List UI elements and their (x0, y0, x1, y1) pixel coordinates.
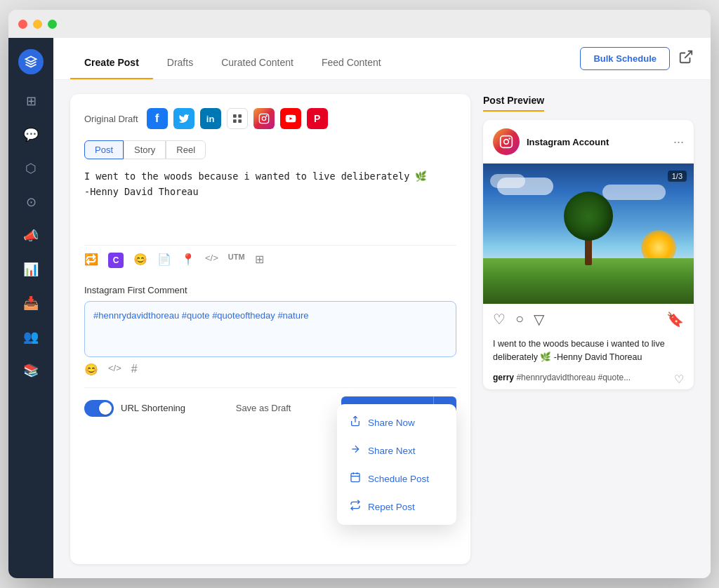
comment-code-icon[interactable]: </> (108, 363, 121, 376)
tab-drafts[interactable]: Drafts (153, 57, 207, 79)
svg-rect-4 (259, 114, 268, 123)
export-icon[interactable] (678, 49, 694, 68)
preview-card: Instagram Account ··· (483, 120, 694, 389)
schedule-post-icon (350, 472, 361, 486)
queue-dropdown-menu: Share Now Share Next Sched (337, 404, 456, 525)
tab-reel[interactable]: Reel (166, 140, 206, 159)
inbox-icon: 📥 (23, 295, 39, 311)
comment-icon[interactable]: ○ (515, 311, 524, 328)
svg-point-16 (508, 138, 510, 140)
tab-story[interactable]: Story (124, 140, 166, 159)
svg-rect-1 (238, 114, 242, 118)
sidebar-item-messages[interactable]: 💬 (17, 121, 45, 149)
post-editor: Original Draft f in (70, 94, 470, 564)
app-body: ⊞ 💬 ⬡ ⊙ 📣 📊 📥 👥 📚 (8, 38, 711, 578)
tab-create-post[interactable]: Create Post (70, 57, 153, 79)
editor-header: Original Draft f in (84, 108, 456, 129)
preview-left-actions: ♡ ○ ▽ (493, 311, 544, 328)
preview-actions: ♡ ○ ▽ 🔖 (483, 304, 694, 335)
comment-box[interactable]: #hennrydavidthoreau #quote #quoteoftheda… (84, 301, 456, 357)
post-content-input[interactable]: I went to the woods because i wanted to … (84, 169, 456, 239)
svg-rect-10 (351, 474, 360, 482)
network-icon: ⬡ (25, 161, 37, 176)
media-icon[interactable]: 📄 (157, 253, 171, 268)
comment-section: Instagram First Comment #hennrydavidthor… (84, 285, 456, 376)
sidebar-item-analytics[interactable]: 📊 (17, 255, 45, 283)
sidebar-item-dashboard[interactable]: ⊞ (17, 87, 45, 115)
instagram-icon[interactable] (253, 108, 275, 129)
library-icon: 📚 (23, 363, 39, 378)
maximize-button[interactable] (48, 20, 57, 29)
facebook-icon[interactable]: f (147, 108, 168, 129)
sidebar-item-network[interactable]: ⬡ (17, 154, 45, 182)
comment-like-icon[interactable]: ♡ (674, 373, 684, 386)
tab-post[interactable]: Post (84, 140, 124, 159)
sidebar: ⊞ 💬 ⬡ ⊙ 📣 📊 📥 👥 📚 (8, 38, 53, 578)
youtube-icon[interactable] (280, 108, 301, 129)
close-button[interactable] (18, 20, 27, 29)
account-name: Instagram Account (527, 137, 609, 147)
analytics-icon: 📊 (23, 262, 39, 277)
commenter-username: gerry (493, 373, 514, 382)
url-shortening-toggle[interactable] (84, 400, 114, 417)
comment-hashtags: #hennrydavidthoreau #quote... (516, 373, 631, 382)
twitter-icon[interactable] (173, 108, 194, 129)
canva-icon[interactable]: C (108, 253, 124, 268)
share-next-icon (350, 443, 361, 457)
comment-emoji-icon[interactable]: 😊 (84, 363, 98, 376)
sidebar-item-team[interactable]: 👥 (17, 323, 45, 351)
preview-account: Instagram Account (493, 128, 609, 155)
hashtags-text: #hennrydavidthoreau #quote #quoteoftheda… (93, 310, 308, 321)
code-icon[interactable]: </> (205, 253, 218, 268)
comment-label: Instagram First Comment (84, 285, 456, 295)
post-type-tabs: Post Story Reel (84, 140, 456, 159)
sidebar-item-megaphone[interactable]: 📣 (17, 222, 45, 250)
editor-toolbar: 🔁 C 😊 📄 📍 </> UTM ⊞ (84, 245, 456, 275)
main-content: Create Post Drafts Curated Content Feed … (53, 38, 711, 578)
preview-comments: gerry #hennrydavidthoreau #quote... ♡ (483, 370, 694, 389)
sidebar-item-inbox[interactable]: 📥 (17, 289, 45, 317)
svg-point-5 (262, 116, 265, 120)
more-options-icon[interactable]: ··· (673, 135, 684, 149)
grid-icon[interactable]: ⊞ (255, 253, 264, 268)
minimize-button[interactable] (33, 20, 42, 29)
repost-icon[interactable]: 🔁 (84, 253, 98, 268)
utm-icon[interactable]: UTM (228, 253, 245, 268)
svg-point-15 (504, 140, 509, 145)
location-icon[interactable]: 📍 (181, 253, 195, 268)
preview-image: 1/3 (483, 163, 694, 304)
bulk-schedule-button[interactable]: Bulk Schedule (580, 47, 670, 70)
tab-feed-content[interactable]: Feed Content (308, 57, 395, 79)
share-now-option[interactable]: Share Now (337, 408, 456, 436)
repet-post-option[interactable]: Repet Post (337, 493, 456, 521)
share-next-option[interactable]: Share Next (337, 436, 456, 465)
linkedin-icon[interactable]: in (200, 108, 221, 129)
pinterest-icon[interactable]: P (307, 108, 328, 129)
social-icons-bar: f in (147, 108, 328, 129)
schedule-post-option[interactable]: Schedule Post (337, 465, 456, 493)
like-icon[interactable]: ♡ (493, 311, 506, 328)
comment-toolbar: 😊 </> # (84, 357, 456, 376)
svg-rect-3 (238, 119, 242, 123)
save-draft-button[interactable]: Save as Draft (236, 403, 291, 413)
titlebar (8, 10, 711, 38)
bookmark-icon[interactable]: 🔖 (666, 311, 684, 328)
top-nav: Create Post Drafts Curated Content Feed … (53, 38, 711, 80)
sidebar-item-library[interactable]: 📚 (17, 356, 45, 385)
url-shortening-label: URL Shortening (121, 403, 185, 413)
buffer-icon[interactable] (227, 108, 248, 129)
emoji-icon[interactable]: 😊 (133, 253, 147, 268)
megaphone-icon: 📣 (23, 228, 39, 243)
dashboard-icon: ⊞ (26, 93, 37, 109)
app-logo[interactable] (18, 49, 44, 74)
preview-title: Post Preview (483, 95, 544, 112)
targeting-icon: ⊙ (26, 194, 37, 210)
sidebar-item-targeting[interactable]: ⊙ (17, 188, 45, 216)
tab-curated-content[interactable]: Curated Content (207, 57, 308, 79)
comment-hashtag-icon[interactable]: # (131, 363, 138, 376)
post-preview-panel: Post Preview Instagram Account ··· (483, 94, 694, 564)
share-icon[interactable]: ▽ (534, 311, 544, 328)
svg-point-6 (265, 115, 267, 116)
team-icon: 👥 (23, 329, 39, 345)
nav-actions: Bulk Schedule (580, 47, 694, 70)
